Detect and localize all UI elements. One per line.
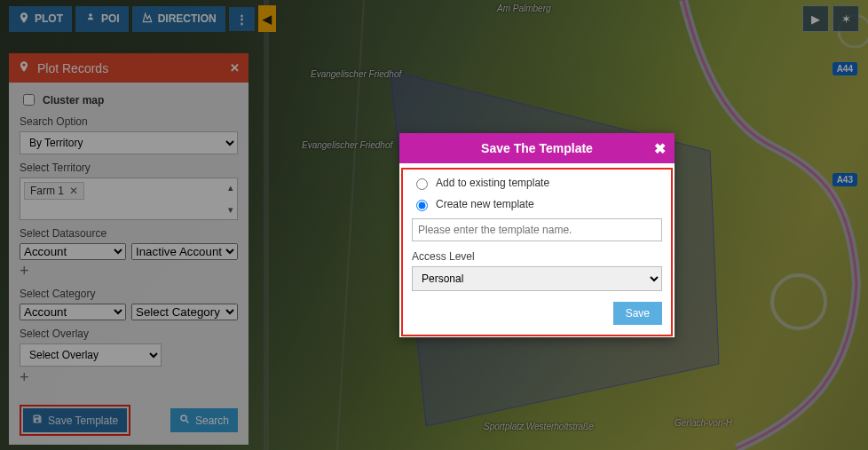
- territory-tag-label: Farm 1: [30, 185, 64, 197]
- svg-line-2: [185, 421, 188, 423]
- top-right-tools: ▶ ✶: [802, 5, 859, 32]
- overlay-select[interactable]: Select Overlay: [20, 343, 162, 367]
- access-level-label: Access Level: [412, 250, 662, 263]
- territory-multiselect[interactable]: Farm 1 ✕ ▴ ▾: [20, 178, 238, 220]
- pin-person-icon: [84, 12, 97, 27]
- territory-tag: Farm 1 ✕: [24, 182, 84, 200]
- datasource-select-b[interactable]: Inactive Account: [131, 243, 238, 260]
- poi-button[interactable]: POI: [75, 6, 129, 32]
- search-option-label: Search Option: [20, 115, 238, 128]
- plot-label: PLOT: [35, 12, 63, 25]
- territory-scroll-down[interactable]: ▾: [228, 204, 233, 216]
- radio-existing-template[interactable]: [416, 178, 428, 190]
- select-category-label: Select Category: [20, 288, 238, 300]
- chevron-up-icon: ▴: [228, 182, 233, 193]
- collapse-toggle[interactable]: ◀: [258, 5, 276, 32]
- panel-body: Cluster map Search Option By Territory S…: [9, 83, 249, 445]
- pin-icon: [18, 12, 30, 27]
- sparkle-icon: ✶: [841, 12, 851, 26]
- chevron-down-icon: ▾: [228, 204, 233, 215]
- road-badge-a44: A44: [832, 62, 857, 75]
- add-datasource-button[interactable]: +: [20, 262, 29, 280]
- modal-close-button[interactable]: ✖: [654, 140, 666, 157]
- chevron-left-icon: ◀: [263, 12, 272, 26]
- plus-icon: +: [20, 262, 29, 280]
- panel-close-button[interactable]: ✕: [230, 61, 240, 75]
- toolbar-more-menu[interactable]: ⋮: [229, 7, 255, 31]
- more-icon: ⋮: [236, 12, 248, 26]
- select-datasource-label: Select Datasource: [20, 227, 238, 240]
- close-icon: ✕: [230, 61, 240, 75]
- access-level-select[interactable]: Personal: [412, 266, 662, 291]
- road-badge-a43: A43: [832, 173, 857, 186]
- save-icon: [32, 414, 43, 427]
- pin-icon: [18, 60, 30, 75]
- svg-point-0: [89, 13, 92, 17]
- select-territory-label: Select Territory: [20, 162, 238, 174]
- radio-new-label: Create new template: [436, 198, 534, 210]
- select-overlay-label: Select Overlay: [20, 328, 238, 340]
- search-label: Search: [195, 414, 229, 427]
- route-icon: [141, 12, 154, 27]
- category-select-a[interactable]: Account: [20, 304, 126, 320]
- category-select-b[interactable]: Select Category: [131, 304, 238, 320]
- save-template-highlight: Save Template: [20, 405, 130, 436]
- tool-highlight-button[interactable]: ✶: [832, 5, 859, 32]
- save-template-label: Save Template: [48, 414, 118, 427]
- close-icon: ✕: [69, 185, 78, 197]
- modal-title: Save The Template: [481, 141, 593, 155]
- modal-save-label: Save: [626, 307, 650, 320]
- svg-point-1: [181, 415, 186, 421]
- modal-header: Save The Template ✖: [399, 133, 675, 163]
- modal-save-button[interactable]: Save: [613, 302, 662, 325]
- radio-existing-label: Add to existing template: [436, 177, 549, 189]
- cluster-map-label: Cluster map: [43, 94, 104, 107]
- save-template-modal: Save The Template ✖ Add to existing temp…: [399, 133, 675, 337]
- modal-body: Add to existing template Create new temp…: [399, 163, 675, 302]
- modal-footer: Save: [399, 302, 675, 337]
- add-overlay-button[interactable]: +: [20, 368, 29, 387]
- panel-header: Plot Records ✕: [9, 53, 249, 83]
- poi-label: POI: [101, 12, 120, 25]
- panel-footer: Save Template Search: [20, 405, 238, 436]
- plot-records-panel: Plot Records ✕ Cluster map Search Option…: [9, 53, 249, 445]
- territory-tag-remove[interactable]: ✕: [69, 185, 78, 197]
- datasource-select-a[interactable]: Account: [20, 243, 126, 260]
- play-icon: ▶: [811, 12, 820, 26]
- direction-label: DIRECTION: [158, 12, 217, 25]
- radio-new-template[interactable]: [416, 200, 428, 211]
- search-button[interactable]: Search: [170, 408, 238, 432]
- tool-play-button[interactable]: ▶: [802, 5, 829, 32]
- territory-scroll-up[interactable]: ▴: [228, 182, 233, 193]
- cluster-map-checkbox[interactable]: [23, 94, 35, 106]
- close-icon: ✖: [654, 141, 666, 156]
- save-template-button[interactable]: Save Template: [23, 408, 127, 432]
- search-option-select[interactable]: By Territory: [20, 131, 238, 154]
- search-icon: [179, 414, 190, 427]
- panel-title: Plot Records: [37, 61, 108, 75]
- direction-button[interactable]: DIRECTION: [132, 6, 225, 32]
- plus-icon: +: [20, 368, 29, 386]
- top-toolbar: PLOT POI DIRECTION ⋮ ◀: [9, 5, 276, 32]
- plot-button[interactable]: PLOT: [9, 6, 72, 32]
- template-name-input[interactable]: [412, 218, 662, 241]
